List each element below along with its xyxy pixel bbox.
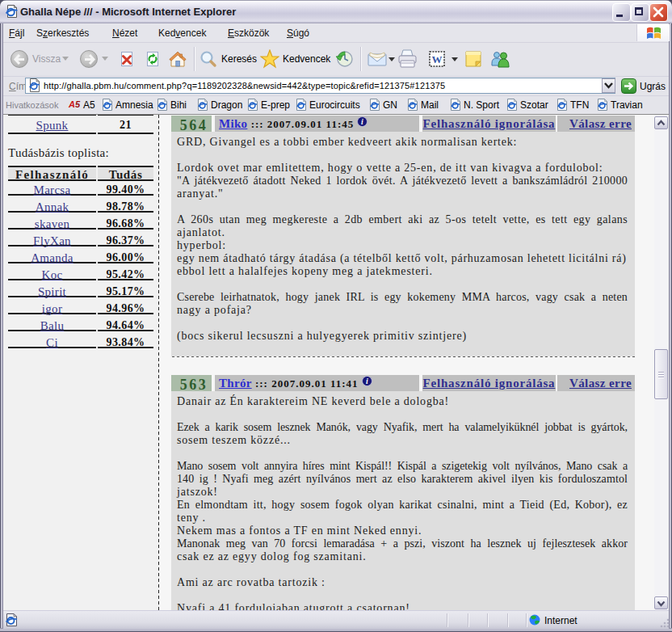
svg-text:i: i [362,117,364,126]
svg-text:i: i [366,377,368,386]
svg-text:W: W [432,53,443,65]
